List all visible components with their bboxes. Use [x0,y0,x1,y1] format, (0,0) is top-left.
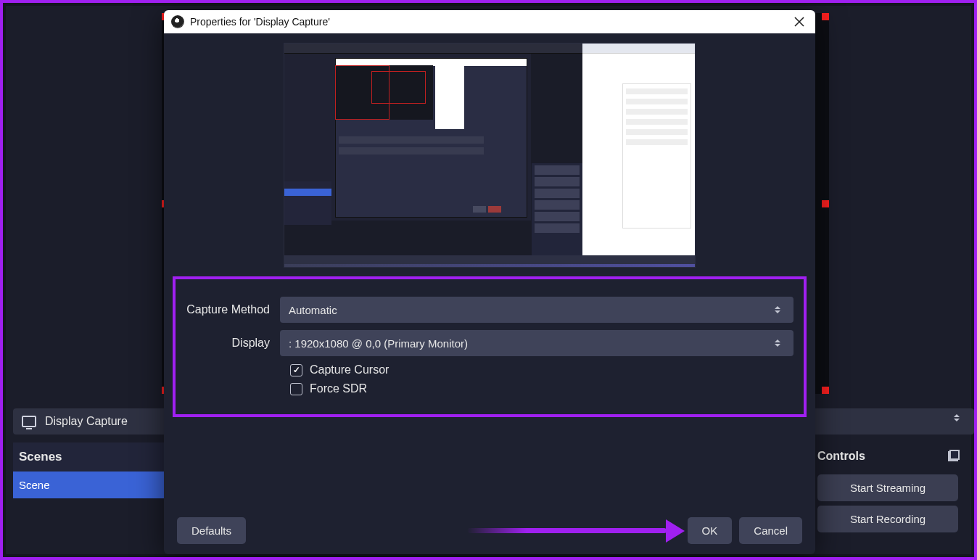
preview-thumbnail [284,43,696,268]
resize-handle[interactable] [822,387,829,394]
popout-icon[interactable] [948,451,958,461]
dialog-title: Properties for 'Display Capture' [190,16,330,28]
scenes-title: Scenes [13,442,165,472]
force-sdr-label: Force SDR [310,382,367,395]
controls-panel: Controls Start Streaming Start Recording [812,442,964,537]
capture-cursor-row[interactable]: Capture Cursor [290,363,793,376]
monitor-icon [22,416,36,427]
source-preview [164,33,815,276]
start-recording-button[interactable]: Start Recording [817,506,958,532]
close-button[interactable] [791,13,808,30]
capture-method-select[interactable]: Automatic [280,297,793,323]
start-streaming-button[interactable]: Start Streaming [817,474,958,501]
display-select[interactable]: : 1920x1080 @ 0,0 (Primary Monitor) [280,330,793,356]
scene-item[interactable]: Scene [13,472,165,498]
dialog-titlebar[interactable]: Properties for 'Display Capture' [164,10,815,33]
resize-handle[interactable] [822,200,829,207]
spinner-icon[interactable] [954,414,968,429]
settings-highlight-block: Capture Method Automatic Display : 1920x… [173,276,807,417]
controls-title: Controls [817,450,865,463]
resize-handle[interactable] [822,13,829,20]
ok-button[interactable]: OK [688,517,733,544]
display-label: Display [186,337,280,350]
capture-cursor-checkbox[interactable] [290,364,302,376]
force-sdr-row[interactable]: Force SDR [290,382,793,395]
properties-dialog: Properties for 'Display Capture' [164,10,815,554]
chevron-updown-icon [775,336,788,350]
chevron-updown-icon [775,302,788,317]
display-row: Display : 1920x1080 @ 0,0 (Primary Monit… [186,330,793,356]
source-name: Display Capture [45,415,128,428]
obs-logo-icon [171,15,184,28]
force-sdr-checkbox[interactable] [290,383,302,395]
capture-cursor-label: Capture Cursor [310,363,389,376]
scenes-panel: Scenes Scene [13,442,165,547]
display-value: : 1920x1080 @ 0,0 (Primary Monitor) [289,337,468,350]
capture-method-value: Automatic [289,304,337,316]
capture-method-label: Capture Method [186,303,280,316]
cancel-button[interactable]: Cancel [739,517,802,544]
defaults-button[interactable]: Defaults [177,517,246,544]
capture-method-row: Capture Method Automatic [186,297,793,323]
dialog-button-bar: Defaults OK Cancel [164,507,815,554]
